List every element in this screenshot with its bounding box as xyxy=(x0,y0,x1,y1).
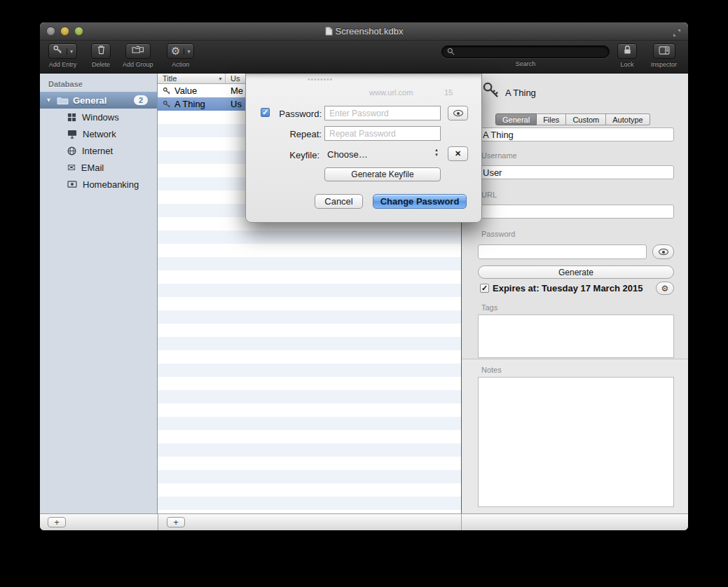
notes-input[interactable] xyxy=(478,377,674,507)
key-plus-icon xyxy=(53,45,63,57)
windows-icon xyxy=(67,113,76,122)
add-group-footer-button[interactable]: + xyxy=(48,517,66,527)
key-icon xyxy=(163,100,171,109)
password-field[interactable] xyxy=(478,244,647,259)
window-title: Screenshot.kdbx xyxy=(40,26,688,36)
stepper-icon[interactable]: ▲▼ xyxy=(434,148,439,158)
add-group-button[interactable]: Add Group xyxy=(123,43,153,68)
app-window: Screenshot.kdbx ▾ Add Entry Delete xyxy=(40,22,688,530)
gear-icon: ⚙ xyxy=(171,45,180,57)
reveal-password-button[interactable] xyxy=(448,106,468,120)
entry-title: Value xyxy=(174,85,224,96)
repeat-input[interactable] xyxy=(324,126,441,141)
clear-keyfile-button[interactable]: ✕ xyxy=(448,146,468,161)
sidebar-item-label: EMail xyxy=(81,163,104,173)
action-button[interactable]: ⚙ ▾ Action xyxy=(167,43,194,68)
sidebar-item-homebanking[interactable]: Homebanking xyxy=(40,176,157,193)
folder-icon xyxy=(57,96,69,105)
sidebar: Database ▼ General 2 Windows Network Int… xyxy=(40,74,158,513)
eye-icon xyxy=(659,249,668,255)
search-icon xyxy=(447,46,455,58)
inspector-entry-title: A Thing xyxy=(505,88,536,98)
chevron-down-icon[interactable]: ▾ xyxy=(184,48,190,55)
reveal-password-button[interactable] xyxy=(652,244,674,259)
change-password-button[interactable]: Change Password xyxy=(373,194,467,209)
username-label: Username xyxy=(481,151,517,160)
bleedthrough-modified: 15 xyxy=(444,88,453,97)
expires-checkbox[interactable]: ✓ xyxy=(480,284,489,293)
titlebar[interactable]: Screenshot.kdbx xyxy=(40,22,688,41)
desktop: { "colors": { "titlebar_top": "#585858",… xyxy=(0,0,728,587)
sidebar-item-internet[interactable]: Internet xyxy=(40,142,157,159)
column-header-title[interactable]: Title ▼ xyxy=(158,74,226,83)
disclosure-triangle-icon[interactable]: ▼ xyxy=(46,97,52,104)
generate-password-button[interactable]: Generate xyxy=(478,265,674,279)
password-label: Password xyxy=(481,230,515,238)
add-group-label: Add Group xyxy=(123,61,153,68)
sidebar-section-header: Database xyxy=(40,74,157,92)
globe-icon xyxy=(67,146,76,156)
gear-icon: ⚙ xyxy=(661,284,669,294)
document-icon xyxy=(325,27,333,36)
sidebar-item-label: Internet xyxy=(82,146,113,156)
bleedthrough-password-dots: •••••••• xyxy=(308,76,333,83)
inspector-button[interactable]: Inspector xyxy=(651,43,677,68)
title-field[interactable] xyxy=(478,127,674,141)
sidebar-item-windows[interactable]: Windows xyxy=(40,109,157,125)
bleedthrough-url: www.url.com xyxy=(369,88,413,97)
search-field[interactable] xyxy=(441,46,610,58)
repeat-label: Repeat: xyxy=(267,129,322,139)
footer-divider xyxy=(158,514,158,530)
action-label: Action xyxy=(172,61,189,68)
footer-divider xyxy=(461,514,462,530)
chevron-down-icon[interactable]: ▾ xyxy=(67,48,73,55)
monitor-icon xyxy=(67,130,77,139)
search-input[interactable] xyxy=(455,47,604,57)
tab-files[interactable]: Files xyxy=(537,113,566,125)
url-field[interactable] xyxy=(478,205,674,219)
generate-keyfile-button[interactable]: Generate Keyfile xyxy=(324,167,441,181)
entry-title: A Thing xyxy=(174,99,224,109)
folder-plus-icon xyxy=(132,45,144,57)
username-field[interactable] xyxy=(478,165,674,179)
expires-label: Expires at: Tuesday 17 March 2015 xyxy=(493,283,643,294)
key-icon xyxy=(163,87,171,95)
group-count-badge: 2 xyxy=(134,95,148,105)
sidebar-group-general[interactable]: ▼ General 2 xyxy=(40,92,157,109)
sidebar-item-network[interactable]: Network xyxy=(40,125,157,142)
cancel-button[interactable]: Cancel xyxy=(315,194,363,209)
keyfile-popup[interactable]: Choose… xyxy=(327,149,368,160)
delete-button[interactable]: Delete xyxy=(91,43,111,68)
notes-label: Notes xyxy=(481,366,502,374)
tab-custom[interactable]: Custom xyxy=(566,113,606,125)
tags-label: Tags xyxy=(481,303,497,312)
sidebar-group-label: General xyxy=(73,95,107,106)
close-icon: ✕ xyxy=(455,149,461,158)
envelope-icon: ✉ xyxy=(67,163,76,172)
expires-settings-button[interactable]: ⚙ xyxy=(656,282,674,295)
add-entry-footer-button[interactable]: + xyxy=(167,517,185,527)
lock-button[interactable]: Lock xyxy=(617,43,637,68)
trash-icon xyxy=(97,45,106,57)
lock-label: Lock xyxy=(620,61,633,68)
tab-general[interactable]: General xyxy=(495,113,537,125)
add-entry-button[interactable]: ▾ Add Entry xyxy=(48,43,77,68)
inspector-tabs: General Files Custom Autotype xyxy=(495,113,650,125)
tags-input[interactable] xyxy=(478,315,674,358)
key-icon xyxy=(482,81,500,102)
inspector-label: Inspector xyxy=(651,61,677,68)
entry-username: Us xyxy=(231,99,242,109)
entry-username: Me xyxy=(231,85,243,96)
sidebar-item-label: Windows xyxy=(82,112,119,123)
change-password-sheet: •••••••• www.url.com 15 ✓ Password: Repe… xyxy=(245,74,482,223)
tab-autotype[interactable]: Autotype xyxy=(606,113,650,125)
search-area: Search xyxy=(441,46,610,67)
toolbar: ▾ Add Entry Delete Add Group ⚙ ▾ xyxy=(40,41,688,74)
fullscreen-icon[interactable] xyxy=(673,27,681,40)
password-input[interactable] xyxy=(324,106,441,120)
keyfile-label: Keyfile: xyxy=(267,150,320,160)
sort-indicator-icon: ▼ xyxy=(218,76,223,81)
sidebar-item-email[interactable]: ✉ EMail xyxy=(40,159,157,176)
password-label: Password: xyxy=(267,109,322,119)
lock-icon xyxy=(623,45,632,57)
